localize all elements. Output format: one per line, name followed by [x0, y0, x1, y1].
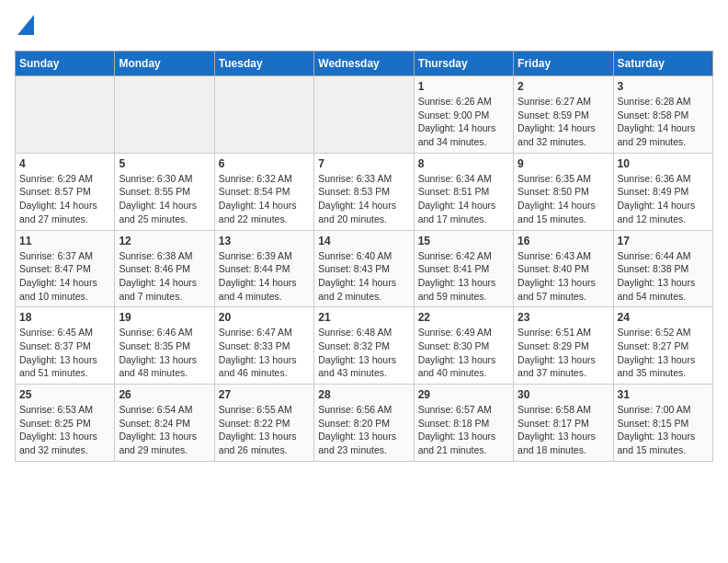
calendar-cell	[214, 76, 313, 154]
calendar-cell: 6Sunrise: 6:32 AM Sunset: 8:54 PM Daylig…	[214, 153, 313, 230]
calendar-cell	[115, 76, 214, 154]
calendar-cell	[16, 76, 115, 154]
header	[15, 15, 713, 41]
day-info: Sunrise: 6:58 AM Sunset: 8:17 PM Dayligh…	[518, 403, 609, 457]
calendar-cell: 5Sunrise: 6:30 AM Sunset: 8:55 PM Daylig…	[115, 153, 214, 230]
day-number: 14	[318, 235, 409, 247]
day-number: 5	[119, 157, 210, 170]
svg-marker-0	[17, 15, 34, 35]
logo-triangle-icon	[17, 15, 34, 35]
calendar-cell: 19Sunrise: 6:46 AM Sunset: 8:35 PM Dayli…	[115, 307, 214, 385]
day-info: Sunrise: 6:44 AM Sunset: 8:38 PM Dayligh…	[618, 249, 709, 304]
day-info: Sunrise: 6:46 AM Sunset: 8:35 PM Dayligh…	[119, 326, 210, 380]
calendar-header-friday: Friday	[514, 52, 613, 76]
calendar-cell: 31Sunrise: 7:00 AM Sunset: 8:15 PM Dayli…	[613, 385, 712, 462]
day-info: Sunrise: 6:29 AM Sunset: 8:57 PM Dayligh…	[19, 172, 110, 226]
day-info: Sunrise: 7:00 AM Sunset: 8:15 PM Dayligh…	[618, 403, 709, 457]
calendar-header-monday: Monday	[115, 52, 214, 76]
calendar-cell: 4Sunrise: 6:29 AM Sunset: 8:57 PM Daylig…	[16, 153, 115, 230]
day-number: 29	[418, 388, 509, 401]
day-info: Sunrise: 6:54 AM Sunset: 8:24 PM Dayligh…	[119, 403, 210, 457]
calendar-cell: 11Sunrise: 6:37 AM Sunset: 8:47 PM Dayli…	[16, 230, 115, 307]
calendar-cell: 22Sunrise: 6:49 AM Sunset: 8:30 PM Dayli…	[414, 307, 513, 385]
day-info: Sunrise: 6:39 AM Sunset: 8:44 PM Dayligh…	[219, 249, 310, 304]
day-number: 2	[518, 80, 609, 93]
calendar-cell: 21Sunrise: 6:48 AM Sunset: 8:32 PM Dayli…	[314, 307, 414, 385]
calendar-cell: 15Sunrise: 6:42 AM Sunset: 8:41 PM Dayli…	[414, 230, 513, 307]
day-info: Sunrise: 6:48 AM Sunset: 8:32 PM Dayligh…	[318, 326, 409, 380]
day-info: Sunrise: 6:40 AM Sunset: 8:43 PM Dayligh…	[318, 249, 409, 304]
calendar-week-row: 18Sunrise: 6:45 AM Sunset: 8:37 PM Dayli…	[16, 307, 713, 385]
calendar-cell: 18Sunrise: 6:45 AM Sunset: 8:37 PM Dayli…	[16, 307, 115, 385]
calendar-cell: 8Sunrise: 6:34 AM Sunset: 8:51 PM Daylig…	[414, 153, 513, 230]
day-info: Sunrise: 6:33 AM Sunset: 8:53 PM Dayligh…	[318, 172, 409, 226]
day-info: Sunrise: 6:53 AM Sunset: 8:25 PM Dayligh…	[19, 403, 110, 457]
calendar-week-row: 11Sunrise: 6:37 AM Sunset: 8:47 PM Dayli…	[16, 230, 713, 307]
day-number: 19	[119, 311, 210, 324]
calendar-cell: 24Sunrise: 6:52 AM Sunset: 8:27 PM Dayli…	[613, 307, 712, 385]
calendar-table: SundayMondayTuesdayWednesdayThursdayFrid…	[15, 51, 713, 462]
day-info: Sunrise: 6:34 AM Sunset: 8:51 PM Dayligh…	[418, 172, 509, 226]
day-number: 27	[219, 388, 310, 401]
day-number: 15	[418, 235, 509, 247]
calendar-cell: 27Sunrise: 6:55 AM Sunset: 8:22 PM Dayli…	[214, 385, 313, 462]
day-info: Sunrise: 6:35 AM Sunset: 8:50 PM Dayligh…	[518, 172, 609, 226]
day-number: 18	[19, 311, 110, 324]
day-number: 7	[318, 157, 409, 170]
day-number: 21	[318, 311, 409, 324]
day-number: 20	[219, 311, 310, 324]
calendar-cell: 23Sunrise: 6:51 AM Sunset: 8:29 PM Dayli…	[514, 307, 613, 385]
day-number: 1	[418, 80, 509, 93]
day-number: 9	[518, 157, 609, 170]
day-number: 10	[618, 157, 709, 170]
calendar-header-wednesday: Wednesday	[314, 52, 414, 76]
calendar-cell: 26Sunrise: 6:54 AM Sunset: 8:24 PM Dayli…	[115, 385, 214, 462]
calendar-cell	[314, 76, 414, 154]
day-info: Sunrise: 6:38 AM Sunset: 8:46 PM Dayligh…	[119, 249, 210, 304]
calendar-week-row: 25Sunrise: 6:53 AM Sunset: 8:25 PM Dayli…	[16, 385, 713, 462]
calendar-header-sunday: Sunday	[16, 52, 115, 76]
calendar-week-row: 1Sunrise: 6:26 AM Sunset: 9:00 PM Daylig…	[16, 76, 713, 154]
day-number: 11	[19, 235, 110, 247]
day-info: Sunrise: 6:57 AM Sunset: 8:18 PM Dayligh…	[418, 403, 509, 457]
calendar-cell: 12Sunrise: 6:38 AM Sunset: 8:46 PM Dayli…	[115, 230, 214, 307]
calendar-header-tuesday: Tuesday	[214, 52, 313, 76]
day-info: Sunrise: 6:43 AM Sunset: 8:40 PM Dayligh…	[518, 249, 609, 304]
day-info: Sunrise: 6:37 AM Sunset: 8:47 PM Dayligh…	[19, 249, 110, 304]
day-number: 4	[19, 157, 110, 170]
day-number: 6	[219, 157, 310, 170]
day-info: Sunrise: 6:30 AM Sunset: 8:55 PM Dayligh…	[119, 172, 210, 226]
day-number: 24	[618, 311, 709, 324]
logo	[15, 15, 34, 41]
day-info: Sunrise: 6:47 AM Sunset: 8:33 PM Dayligh…	[219, 326, 310, 380]
calendar-header-row: SundayMondayTuesdayWednesdayThursdayFrid…	[16, 52, 713, 76]
day-number: 12	[119, 235, 210, 247]
calendar-cell: 7Sunrise: 6:33 AM Sunset: 8:53 PM Daylig…	[314, 153, 414, 230]
day-number: 13	[219, 235, 310, 247]
day-number: 23	[518, 311, 609, 324]
day-number: 8	[418, 157, 509, 170]
calendar-cell: 28Sunrise: 6:56 AM Sunset: 8:20 PM Dayli…	[314, 385, 414, 462]
calendar-cell: 13Sunrise: 6:39 AM Sunset: 8:44 PM Dayli…	[214, 230, 313, 307]
day-info: Sunrise: 6:27 AM Sunset: 8:59 PM Dayligh…	[518, 95, 609, 149]
day-info: Sunrise: 6:28 AM Sunset: 8:58 PM Dayligh…	[618, 95, 709, 149]
calendar-cell: 29Sunrise: 6:57 AM Sunset: 8:18 PM Dayli…	[414, 385, 513, 462]
calendar-cell: 9Sunrise: 6:35 AM Sunset: 8:50 PM Daylig…	[514, 153, 613, 230]
calendar-cell: 20Sunrise: 6:47 AM Sunset: 8:33 PM Dayli…	[214, 307, 313, 385]
calendar-cell: 3Sunrise: 6:28 AM Sunset: 8:58 PM Daylig…	[613, 76, 712, 154]
calendar-cell: 30Sunrise: 6:58 AM Sunset: 8:17 PM Dayli…	[514, 385, 613, 462]
day-info: Sunrise: 6:42 AM Sunset: 8:41 PM Dayligh…	[418, 249, 509, 304]
day-number: 3	[618, 80, 709, 93]
day-info: Sunrise: 6:51 AM Sunset: 8:29 PM Dayligh…	[518, 326, 609, 380]
calendar-header-saturday: Saturday	[613, 52, 712, 76]
day-number: 25	[19, 388, 110, 401]
calendar-header-thursday: Thursday	[414, 52, 513, 76]
calendar-cell: 17Sunrise: 6:44 AM Sunset: 8:38 PM Dayli…	[613, 230, 712, 307]
day-info: Sunrise: 6:49 AM Sunset: 8:30 PM Dayligh…	[418, 326, 509, 380]
day-number: 30	[518, 388, 609, 401]
day-info: Sunrise: 6:32 AM Sunset: 8:54 PM Dayligh…	[219, 172, 310, 226]
calendar-cell: 10Sunrise: 6:36 AM Sunset: 8:49 PM Dayli…	[613, 153, 712, 230]
day-info: Sunrise: 6:26 AM Sunset: 9:00 PM Dayligh…	[418, 95, 509, 149]
day-info: Sunrise: 6:55 AM Sunset: 8:22 PM Dayligh…	[219, 403, 310, 457]
day-info: Sunrise: 6:56 AM Sunset: 8:20 PM Dayligh…	[318, 403, 409, 457]
